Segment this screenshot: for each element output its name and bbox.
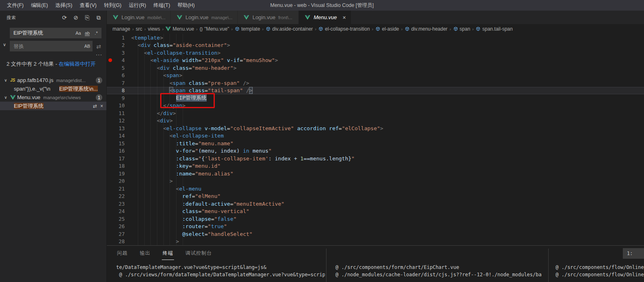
breadcrumb-item-2[interactable]: views [148,26,160,32]
code-line-20[interactable]: 20 > [107,178,644,185]
gutter[interactable]: 10 [107,102,131,110]
gutter[interactable]: 26 [107,223,131,231]
search-details-more-button[interactable]: ··· [96,51,102,58]
code-line-27[interactable]: 27 @select="handleSelect" [107,230,644,238]
breakpoint-icon[interactable] [107,58,113,62]
open-in-editor-link[interactable]: 在编辑器中打开 [59,61,96,67]
breadcrumb-item-8[interactable]: el-aside [375,26,399,32]
chevron-down-icon[interactable]: ∨ [2,78,9,82]
breadcrumb-item-0[interactable]: manage [112,26,130,32]
menubar-item-2[interactable]: 选择(S) [52,0,76,11]
gutter[interactable]: 19 [107,170,131,178]
menubar-item-5[interactable]: 运行(R) [125,0,150,11]
breadcrumb-item-9[interactable]: div.menu-header [405,26,448,32]
code-line-14[interactable]: 14 <el-collapse-item [107,132,644,140]
file-result-row[interactable]: ∨JSapp.fafb1470.jsmanage\dist...1 [0,76,106,84]
code-line-9[interactable]: 9 EIP管理系统 [107,94,644,102]
whole-word-toggle[interactable]: ab [83,29,91,37]
match-result-row[interactable]: span"}),e._v("\n EIP管理系统\n... [0,84,106,93]
gutter[interactable]: 16 [107,147,131,155]
menubar-item-6[interactable]: 终端(T) [150,0,174,11]
gutter[interactable]: 23 [107,200,131,208]
code-line-19[interactable]: 19 :name="menu.alias" [107,170,644,178]
new-search-editor-icon[interactable]: ⎘ [83,13,92,22]
code-line-22[interactable]: 22 ref="elMenu" [107,193,644,200]
code-line-25[interactable]: 25 :collapse="false" [107,215,644,223]
code-line-2[interactable]: 2 <div class="aside-container"> [107,42,644,49]
breadcrumb-item-6[interactable]: div.aside-container [266,26,313,32]
menubar-item-3[interactable]: 查看(V) [76,0,100,11]
breadcrumb-item-4[interactable]: {}"Menu.vue" [200,26,229,32]
gutter[interactable]: 1 [107,34,131,42]
regex-toggle[interactable]: .* [92,29,100,37]
gutter[interactable]: 2 [107,42,131,49]
menubar-item-1[interactable]: 编辑(E) [27,0,52,11]
code-line-1[interactable]: 1<template> [107,34,644,42]
gutter[interactable]: 4 [107,57,131,64]
toggle-replace-chevron-icon[interactable]: ∨ [1,38,8,51]
code-line-7[interactable]: 7 <span class="pre-span" /> [107,79,644,87]
breadcrumb-item-1[interactable]: src [136,26,142,32]
code-line-3[interactable]: 3 <el-collapse-transition> [107,49,644,57]
code-line-11[interactable]: 11 </div> [107,109,644,117]
terminal-picker-dropdown[interactable]: 1: [623,248,644,259]
gutter[interactable]: 11 [107,109,131,117]
match-result-row[interactable]: EIP管理系统⇄× [0,102,106,110]
gutter[interactable]: 8 [107,87,131,95]
code-line-10[interactable]: 10 </span> [107,102,644,110]
code-line-6[interactable]: 6 <span> [107,72,644,80]
close-icon[interactable]: × [343,14,346,21]
chevron-down-icon[interactable]: ∨ [2,95,9,100]
replace-input[interactable] [10,41,93,51]
code-line-18[interactable]: 18 :key="menu.id" [107,162,644,170]
panel-tab-0[interactable]: 问题 [116,246,128,260]
gutter[interactable]: 18 [107,162,131,170]
code-line-24[interactable]: 24 class="menu-vertical" [107,208,644,215]
gutter[interactable]: 7 [107,79,131,87]
gutter[interactable]: 3 [107,49,131,57]
match-case-toggle[interactable]: Aa [74,29,82,37]
gutter[interactable]: 17 [107,155,131,162]
breadcrumb-item-3[interactable]: Menu.vue [165,26,194,32]
terminal-pane-separator-1[interactable] [548,249,549,282]
code-line-17[interactable]: 17 :class="{'last-collapse-item': index … [107,155,644,162]
panel-tab-3[interactable]: 调试控制台 [185,246,213,260]
clear-search-results-icon[interactable]: ⊘ [71,13,80,22]
replace-all-button[interactable]: ⇄ [94,42,103,51]
dismiss-match-icon[interactable]: × [100,103,103,109]
gutter[interactable]: 24 [107,208,131,215]
code-line-28[interactable]: 28 > [107,238,644,246]
panel-tab-1[interactable]: 输出 [139,246,151,260]
gutter[interactable]: 22 [107,193,131,200]
code-line-12[interactable]: 12 <div> [107,117,644,125]
code-line-23[interactable]: 23 :default-active="menuItemActive" [107,200,644,208]
menubar-item-4[interactable]: 转到(G) [100,0,125,11]
breadcrumb-item-10[interactable]: span [453,26,470,32]
code-line-13[interactable]: 13 <el-collapse v-model="collapseItemAct… [107,124,644,132]
code-line-26[interactable]: 26 :router="true" [107,223,644,231]
gutter[interactable]: 15 [107,140,131,147]
breadcrumb-item-11[interactable]: span.tail-span [476,26,513,32]
menubar-item-7[interactable]: 帮助(H) [174,0,198,11]
code-editor[interactable]: 1<template>2 <div class="aside-container… [107,34,644,245]
menubar-item-0[interactable]: 文件(F) [3,0,27,11]
tab-login-vue-0[interactable]: Login.vuemobile\... [107,11,171,24]
gutter[interactable]: 27 [107,230,131,238]
gutter[interactable]: 13 [107,124,131,132]
gutter[interactable]: 21 [107,185,131,193]
tab-menu-vue-3[interactable]: Menu.vue× [299,11,351,24]
code-line-21[interactable]: 21 <el-menu [107,185,644,193]
tab-login-vue-2[interactable]: Login.vuefront\... [238,11,299,24]
gutter[interactable]: 14 [107,132,131,140]
terminal-pane-separator-0[interactable] [326,249,326,282]
gutter[interactable]: 25 [107,215,131,223]
preserve-case-toggle[interactable]: AB [83,42,91,50]
file-result-row[interactable]: ∨Menu.vuemanage\src\views1 [0,93,106,102]
code-line-8[interactable]: 8 <span class="tail-span" /> [107,87,644,95]
gutter[interactable]: 6 [107,72,131,80]
gutter[interactable]: 9 [107,94,131,102]
terminal-area[interactable]: te/DataTemplateManager.vue?vue&type=scri… [107,260,644,282]
gutter[interactable]: 20 [107,178,131,185]
panel-tab-2[interactable]: 终端 [162,246,174,260]
code-line-4[interactable]: 4 <el-aside width="210px" v-if="menuShow… [107,57,644,64]
